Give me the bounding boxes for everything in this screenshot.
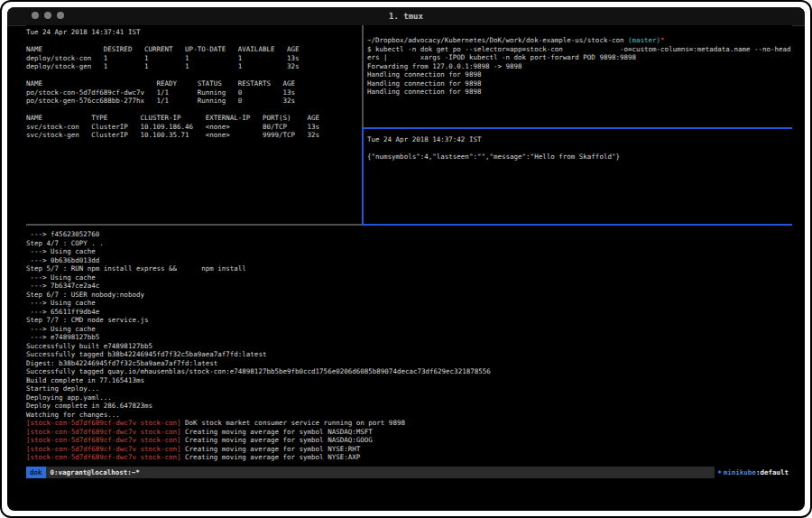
kube-context-name: minikube	[724, 467, 756, 478]
watch-log-line: [stock-con-5d7df689cf-dwc7v stock-con]Cr…	[26, 453, 792, 462]
git-dirty-flag: *	[660, 36, 665, 44]
pane-port-forward[interactable]: ~/Dropbox/advocacy/Kubernetes/DoK/work/d…	[367, 25, 792, 127]
pod-log-prefix: [stock-con-5d7df689cf-dwc7v stock-con]	[26, 419, 181, 427]
port-forward-output: $ kubectl -n dok get po --selector=app=s…	[367, 45, 792, 97]
pane-build-log[interactable]: ---> f45623052760 Step 4/7 : COPY . . --…	[26, 226, 792, 462]
pod-log-message: Creating moving average for symbol NASDA…	[185, 428, 373, 436]
pane-kubectl-watch[interactable]: Tue 24 Apr 2018 14:37:41 IST NAME DESIRE…	[26, 25, 362, 224]
tmux-status-bar: dok 0:vagrant@localhost:~* ✱minikube:def…	[26, 467, 792, 478]
pod-log-prefix: [stock-con-5d7df689cf-dwc7v stock-con]	[26, 428, 181, 436]
watch-log-line: [stock-con-5d7df689cf-dwc7v stock-con]Do…	[26, 419, 792, 428]
window-title: 1. tmux	[7, 7, 805, 25]
pod-log-prefix: [stock-con-5d7df689cf-dwc7v stock-con]	[26, 445, 181, 453]
terminal-window: 1. tmux Tue 24 Apr 2018 14:37:41 IST NAM…	[7, 7, 805, 511]
pod-log-prefix: [stock-con-5d7df689cf-dwc7v stock-con]	[26, 453, 181, 461]
tmux-session-name: dok	[26, 467, 46, 478]
kube-context-segment: ✱minikube:default	[715, 467, 792, 478]
skaffold-app-output: Tue 24 Apr 2018 14:37:42 IST {"numsymbol…	[367, 135, 792, 162]
tmux-content: Tue 24 Apr 2018 14:37:41 IST NAME DESIRE…	[26, 25, 792, 511]
watch-log-line: [stock-con-5d7df689cf-dwc7v stock-con]Cr…	[26, 428, 792, 437]
watch-log-line: [stock-con-5d7df689cf-dwc7v stock-con]Cr…	[26, 445, 792, 454]
pod-log-message: Creating moving average for symbol NYSE:…	[185, 445, 360, 453]
tmux-window-tab[interactable]: 0:vagrant@localhost:~*	[46, 467, 144, 478]
pane-border-vertical[interactable]	[362, 25, 364, 127]
kubernetes-helm-icon: ✱	[718, 467, 722, 478]
pane-skaffold-app[interactable]: Tue 24 Apr 2018 14:37:42 IST {"numsymbol…	[367, 129, 792, 224]
kubectl-watch-output: Tue 24 Apr 2018 14:37:41 IST NAME DESIRE…	[26, 28, 362, 140]
prompt-path: ~/Dropbox/advocacy/Kubernetes/DoK/work/d…	[367, 36, 628, 44]
pod-log-message: Creating moving average for symbol NASDA…	[185, 436, 373, 444]
shell-prompt-line: ~/Dropbox/advocacy/Kubernetes/DoK/work/d…	[367, 36, 792, 45]
kube-context-namespace: :default	[756, 467, 789, 478]
build-log-output: ---> f45623052760 Step 4/7 : COPY . . --…	[26, 230, 792, 419]
window-titlebar[interactable]: 1. tmux	[7, 7, 805, 26]
pod-log-prefix: [stock-con-5d7df689cf-dwc7v stock-con]	[26, 436, 181, 444]
pod-log-message: DoK stock market consumer service runnin…	[185, 419, 405, 427]
watch-log-line: [stock-con-5d7df689cf-dwc7v stock-con]Cr…	[26, 436, 792, 445]
git-branch: (master)	[628, 36, 660, 44]
pod-log-message: Creating moving average for symbol NYSE:…	[185, 453, 360, 461]
screenshot-canvas: 1. tmux Tue 24 Apr 2018 14:37:41 IST NAM…	[0, 0, 812, 518]
pane-border-vertical-active[interactable]	[362, 127, 364, 226]
